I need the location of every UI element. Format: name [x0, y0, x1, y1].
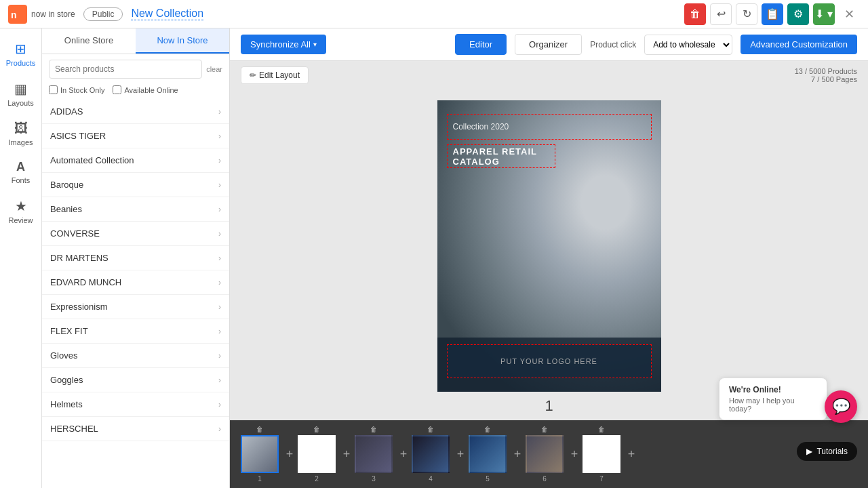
sidebar-item-products[interactable]: ⊞ Products: [0, 34, 41, 74]
film-delete-5[interactable]: 🗑: [484, 426, 491, 433]
logo-placeholder-box[interactable]: PUT YOUR LOGO HERE: [447, 344, 652, 378]
undo-button[interactable]: ↩: [710, 3, 732, 25]
list-item[interactable]: Expressionism ›: [42, 295, 229, 319]
collection-year-box[interactable]: Collection 2020: [447, 114, 652, 140]
tab-now-in-store[interactable]: Now In Store: [136, 28, 229, 54]
advanced-customization-button[interactable]: Advanced Customization: [741, 35, 857, 54]
chevron-right-icon: ›: [218, 351, 221, 361]
delete-button[interactable]: 🗑: [684, 3, 706, 25]
filter-available-online[interactable]: Available Online: [113, 85, 178, 94]
collection-name: Baroque: [50, 180, 83, 190]
film-thumb-4[interactable]: [412, 435, 450, 473]
film-thumb-2[interactable]: [298, 435, 336, 473]
film-add-after-3[interactable]: +: [397, 447, 410, 461]
film-thumb-6[interactable]: [526, 435, 564, 473]
film-thumb-1[interactable]: [241, 435, 279, 473]
search-input[interactable]: [49, 60, 202, 79]
film-thumb-3[interactable]: [355, 435, 393, 473]
sidebar-item-fonts[interactable]: A Fonts: [0, 153, 41, 191]
catalog-title-box[interactable]: APPAREL RETAIL CATALOG: [447, 144, 555, 168]
film-page-7[interactable]: 🗑 7: [583, 426, 620, 483]
list-item[interactable]: Goggles ›: [42, 368, 229, 392]
redo-button[interactable]: ↻: [736, 3, 757, 25]
sync-chevron-icon: ▾: [313, 41, 317, 48]
film-page-6[interactable]: 🗑 6: [526, 426, 564, 483]
sidebar-item-images[interactable]: 🖼 Images: [0, 114, 41, 153]
sidebar-item-layouts[interactable]: ▦ Layouts: [0, 74, 41, 114]
collection-name: FLEX FIT: [50, 326, 88, 336]
list-item[interactable]: Helmets ›: [42, 392, 229, 417]
editor-button[interactable]: Editor: [455, 34, 507, 55]
film-num-2: 2: [315, 475, 319, 483]
film-page-2[interactable]: 🗑 2: [298, 426, 336, 483]
page-number: 1: [545, 392, 553, 418]
film-num-4: 4: [429, 475, 433, 483]
product-click-label: Product click: [590, 40, 636, 49]
list-item[interactable]: Gloves ›: [42, 344, 229, 368]
product-count: 13 / 5000 Products: [795, 67, 857, 75]
list-item[interactable]: FLEX FIT ›: [42, 319, 229, 344]
filmstrip: 🗑 1 + 🗑 2 + 🗑 3 + 🗑 4 + 🗑 5 + 🗑 6 + 🗑 7 …: [230, 420, 868, 488]
film-page-5[interactable]: 🗑 5: [469, 426, 507, 483]
collection-name: Expressionism: [50, 302, 108, 312]
film-add-after-4[interactable]: +: [454, 447, 467, 461]
film-delete-2[interactable]: 🗑: [313, 426, 320, 433]
film-delete-1[interactable]: 🗑: [256, 426, 263, 433]
film-delete-7[interactable]: 🗑: [598, 426, 605, 433]
logo-icon: n: [8, 5, 27, 24]
film-delete-4[interactable]: 🗑: [427, 426, 434, 433]
film-page-1[interactable]: 🗑 1: [241, 426, 279, 483]
list-item[interactable]: HERSCHEL ›: [42, 417, 229, 441]
sync-all-button[interactable]: Synchronize All ▾: [241, 35, 326, 54]
download-button[interactable]: ⬇ ▾: [813, 3, 835, 25]
settings-button[interactable]: ⚙: [787, 3, 809, 25]
chevron-right-icon: ›: [218, 253, 221, 263]
film-add-after-1[interactable]: +: [283, 447, 296, 461]
filters: In Stock Only Available Online: [42, 84, 229, 100]
chevron-right-icon: ›: [218, 156, 221, 165]
organizer-button[interactable]: Organizer: [515, 34, 582, 55]
chat-title: We're Online!: [729, 385, 817, 394]
list-item[interactable]: EDVARD MUNCH ›: [42, 270, 229, 295]
public-badge[interactable]: Public: [83, 7, 123, 21]
list-item[interactable]: ASICS TIGER ›: [42, 124, 229, 148]
page-title: New Collection: [131, 7, 203, 20]
film-num-1: 1: [258, 475, 262, 483]
film-add-after-5[interactable]: +: [511, 447, 524, 461]
collection-name: ADIDAS: [50, 106, 83, 117]
film-thumb-5[interactable]: [469, 435, 507, 473]
doc-button[interactable]: 📋: [762, 3, 783, 25]
collection-name: Beanies: [50, 204, 82, 214]
film-delete-3[interactable]: 🗑: [370, 426, 377, 433]
logo-placeholder-text: PUT YOUR LOGO HERE: [500, 357, 597, 365]
tutorials-button[interactable]: ▶ Tutorials: [797, 442, 857, 461]
chevron-right-icon: ›: [218, 180, 221, 190]
chevron-right-icon: ›: [218, 424, 221, 434]
film-add-after-7[interactable]: +: [625, 447, 638, 461]
filter-in-stock[interactable]: In Stock Only: [49, 85, 104, 94]
list-item[interactable]: Beanies ›: [42, 197, 229, 222]
film-num-7: 7: [599, 475, 604, 483]
tab-online-store[interactable]: Online Store: [42, 28, 136, 54]
sidebar-item-review[interactable]: ★ Review: [0, 191, 41, 231]
list-item[interactable]: ADIDAS ›: [42, 100, 229, 124]
list-item[interactable]: Automated Collection ›: [42, 148, 229, 173]
products-icon: ⊞: [15, 41, 26, 57]
list-item[interactable]: DR MARTENS ›: [42, 246, 229, 270]
close-button[interactable]: ✕: [839, 4, 860, 24]
edit-layout-bar: ✏ Edit Layout 13 / 5000 Products 7 / 500…: [230, 61, 868, 89]
film-page-3[interactable]: 🗑 3: [355, 426, 393, 483]
edit-layout-button[interactable]: ✏ Edit Layout: [241, 66, 309, 84]
collection-name: Automated Collection: [50, 155, 134, 165]
list-item[interactable]: Baroque ›: [42, 173, 229, 197]
product-click-select[interactable]: Add to wholesale: [644, 35, 732, 55]
fonts-icon: A: [16, 160, 25, 174]
chat-button[interactable]: 💬: [825, 390, 857, 423]
film-add-after-2[interactable]: +: [340, 447, 353, 461]
list-item[interactable]: CONVERSE ›: [42, 222, 229, 246]
clear-button[interactable]: clear: [206, 65, 222, 73]
film-page-4[interactable]: 🗑 4: [412, 426, 450, 483]
film-add-after-6[interactable]: +: [568, 447, 581, 461]
film-thumb-7[interactable]: [583, 435, 620, 473]
film-delete-6[interactable]: 🗑: [541, 426, 548, 433]
